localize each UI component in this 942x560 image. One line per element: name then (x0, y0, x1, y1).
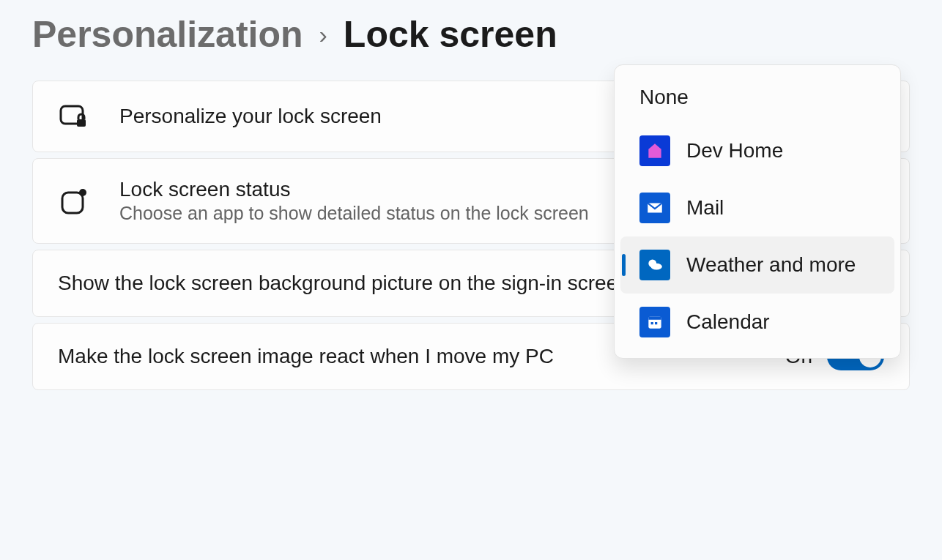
breadcrumb: Personalization › Lock screen (32, 13, 910, 56)
menu-item-label: Weather and more (686, 253, 856, 277)
svg-rect-9 (651, 322, 653, 324)
menu-item-mail[interactable]: Mail (620, 179, 894, 236)
svg-point-3 (79, 189, 86, 196)
menu-item-dev-home[interactable]: Dev Home (620, 122, 894, 179)
breadcrumb-current: Lock screen (344, 13, 557, 56)
menu-item-none[interactable]: None (620, 72, 894, 122)
menu-item-weather[interactable]: Weather and more (620, 236, 894, 294)
breadcrumb-parent[interactable]: Personalization (32, 13, 303, 56)
lock-screen-icon (58, 100, 90, 132)
mail-icon (639, 193, 670, 223)
menu-item-label: Dev Home (686, 139, 783, 163)
dev-home-icon (639, 135, 670, 166)
svg-rect-2 (62, 193, 83, 213)
svg-rect-1 (77, 119, 86, 127)
svg-rect-8 (648, 316, 661, 319)
calendar-icon (639, 307, 670, 337)
svg-point-6 (651, 264, 662, 270)
chevron-right-icon: › (319, 20, 327, 49)
menu-item-label: Calendar (686, 310, 770, 334)
menu-item-label: Mail (686, 196, 724, 220)
svg-rect-10 (655, 322, 657, 324)
menu-item-calendar[interactable]: Calendar (620, 294, 894, 351)
weather-icon (639, 250, 670, 280)
app-badge-icon (58, 185, 90, 217)
status-app-dropdown[interactable]: None Dev Home Mail Weather and more Cale… (614, 64, 901, 359)
menu-item-label: None (639, 86, 689, 109)
